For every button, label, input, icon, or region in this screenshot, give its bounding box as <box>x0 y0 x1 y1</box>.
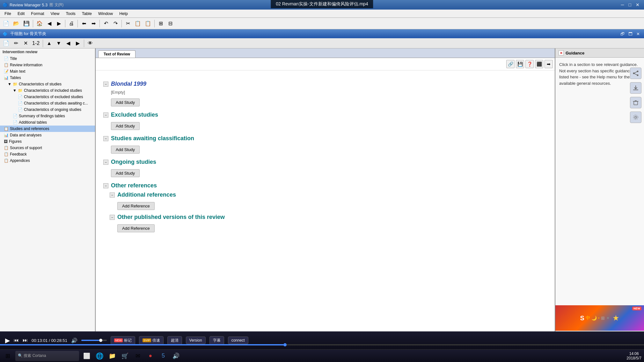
next-button[interactable]: ⏭ <box>23 337 28 343</box>
guidance-close-icon[interactable]: ✕ <box>559 50 564 55</box>
sec-delete[interactable]: ✕ <box>21 39 30 48</box>
collapse-ongoing[interactable]: − <box>103 160 108 165</box>
toolbar-nav-fwd[interactable]: ➡ <box>89 19 98 28</box>
sidebar-item-char-studies[interactable]: ▼ 📁 Characteristics of studies <box>0 81 95 87</box>
collapse-blondal[interactable]: − <box>103 82 108 87</box>
toolbar-redo[interactable]: ↷ <box>111 19 120 28</box>
sec-number[interactable]: 1-2 <box>31 39 41 48</box>
sec-up[interactable]: ▲ <box>45 39 54 48</box>
toolbar-new[interactable]: 📄 <box>1 19 11 28</box>
action-settings[interactable] <box>630 112 641 123</box>
toolbar-save[interactable]: 💾 <box>22 19 31 28</box>
taskbar-app-5[interactable]: 5 <box>158 351 168 361</box>
taskbar-app-store[interactable]: 🛒 <box>120 351 130 361</box>
content-btn-help[interactable]: ❓ <box>525 60 534 68</box>
sidebar-item-included[interactable]: ▼ 📁 Characteristics of included studies <box>0 87 95 94</box>
start-button[interactable]: ⊞ <box>3 351 13 361</box>
sec-left[interactable]: ◀ <box>64 39 73 48</box>
toolbar-undo[interactable]: ↶ <box>101 19 110 28</box>
volume-slider[interactable] <box>81 340 107 341</box>
menu-help[interactable]: Help <box>116 11 131 17</box>
menu-tools[interactable]: Tools <box>62 11 78 17</box>
sidebar-item-review-info[interactable]: 📋 Review information <box>0 62 95 68</box>
taskbar-app-red[interactable]: ● <box>145 351 156 361</box>
toolbar-open[interactable]: 📂 <box>11 19 21 28</box>
menu-table[interactable]: Table <box>79 11 95 17</box>
collapse-excluded[interactable]: − <box>103 112 108 118</box>
taskbar-app-edge[interactable]: 🌐 <box>94 351 105 361</box>
tab-text-of-review[interactable]: Text of Review <box>98 50 135 58</box>
sec-edit[interactable]: ✏ <box>11 39 20 48</box>
excluded-add-study[interactable]: Add Study <box>111 122 140 130</box>
inner-close-btn[interactable]: ✕ <box>635 31 641 37</box>
sidebar-item-data-analyses[interactable]: 📊 Data and analyses <box>0 132 95 138</box>
action-download[interactable] <box>630 82 641 94</box>
pill-connect[interactable]: connect <box>228 337 248 344</box>
pill-bookmark[interactable]: NEW 标记 <box>111 336 135 345</box>
blondal-add-study[interactable]: Add Study <box>111 98 140 106</box>
toolbar-expand[interactable]: ⊞ <box>156 19 165 28</box>
pill-version[interactable]: Version <box>186 337 206 344</box>
toolbar-print[interactable]: 🖨 <box>67 19 76 28</box>
taskbar-app-mail[interactable]: ✉ <box>133 351 143 361</box>
sidebar-item-summary[interactable]: 📄 Summary of findings tables <box>0 113 95 119</box>
sidebar-item-additional-tables[interactable]: 📄 Additional tables <box>0 119 95 126</box>
title-bar-controls[interactable]: ─ □ ✕ <box>619 2 641 8</box>
inner-title-controls[interactable]: 🗗 🗖 ✕ <box>619 31 641 37</box>
content-btn-black[interactable]: ⬛ <box>535 60 543 68</box>
prev-button[interactable]: ⏮ <box>14 337 19 343</box>
sidebar-item-title[interactable]: 📄 Title <box>0 55 95 62</box>
published-add-ref[interactable]: Add Reference <box>117 224 155 232</box>
toolbar-forward-arrow[interactable]: ▶ <box>55 19 63 28</box>
ongoing-add-study[interactable]: Add Study <box>111 169 140 177</box>
menu-file[interactable]: File <box>1 11 14 17</box>
collapse-published-versions[interactable]: − <box>110 215 115 220</box>
sidebar-item-sources[interactable]: 📋 Sources of support <box>0 145 95 151</box>
sidebar-item-excluded[interactable]: 📄 Characteristics of excluded studies <box>0 94 95 100</box>
close-button[interactable]: ✕ <box>634 2 641 8</box>
toolbar-paste[interactable]: 📋 <box>143 19 153 28</box>
sidebar-item-main-text[interactable]: 📝 Main text <box>0 68 95 75</box>
menu-format[interactable]: Format <box>28 11 47 17</box>
sidebar-item-ongoing[interactable]: 📄 Characteristics of ongoing studies <box>0 106 95 113</box>
taskbar-app-audio[interactable]: 🔊 <box>171 351 181 361</box>
task-view[interactable]: ⬜ <box>82 351 92 361</box>
content-btn-right[interactable]: ➡ <box>545 60 553 68</box>
sidebar-item-figures[interactable]: 🖼 Figures <box>0 138 95 145</box>
action-trash[interactable] <box>630 97 641 108</box>
sec-right[interactable]: ▶ <box>73 39 82 48</box>
sidebar-item-appendices[interactable]: 📋 Appendices <box>0 157 95 164</box>
sidebar-item-awaiting[interactable]: 📄 Characteristics of studies awaiting c.… <box>0 100 95 106</box>
sec-down[interactable]: ▼ <box>54 39 63 48</box>
content-btn-save[interactable]: 💾 <box>516 60 524 68</box>
minimize-button[interactable]: ─ <box>619 2 626 8</box>
pill-quality[interactable]: 超清 <box>167 336 182 345</box>
collapse-other-refs[interactable]: − <box>103 183 108 188</box>
toolbar-nav-back[interactable]: ⬅ <box>79 19 88 28</box>
inner-maximize-btn[interactable]: 🗖 <box>627 31 634 37</box>
progress-container[interactable] <box>0 344 644 345</box>
content-btn-link[interactable]: 🔗 <box>506 60 515 68</box>
action-share[interactable] <box>630 68 641 79</box>
taskbar-app-folder[interactable]: 📁 <box>107 351 117 361</box>
pill-speed[interactable]: SVIP 倍速 <box>139 336 164 345</box>
sidebar-item-tables[interactable]: 📊 Tables <box>0 75 95 81</box>
sidebar-item-studies-refs[interactable]: 📋 Studies and references <box>0 126 95 132</box>
inner-minimize-btn[interactable]: 🗗 <box>619 31 626 37</box>
search-bar[interactable]: 🔍 搜索 Cortana <box>15 351 79 361</box>
sec-view[interactable]: 👁 <box>86 39 95 48</box>
toolbar-copy[interactable]: 📋 <box>133 19 143 28</box>
menu-edit[interactable]: Edit <box>14 11 28 17</box>
sec-new[interactable]: 📄 <box>1 39 11 48</box>
toolbar-cut[interactable]: ✂ <box>123 19 132 28</box>
collapse-awaiting[interactable]: − <box>103 136 108 141</box>
toolbar-home[interactable]: 🏠 <box>35 19 44 28</box>
pill-subtitle[interactable]: 字幕 <box>209 336 224 345</box>
maximize-button[interactable]: □ <box>627 2 633 8</box>
play-button[interactable]: ▶ <box>5 337 10 344</box>
toolbar-collapse[interactable]: ⊟ <box>166 19 175 28</box>
toolbar-back[interactable]: ◀ <box>45 19 54 28</box>
awaiting-add-study[interactable]: Add Study <box>111 146 140 154</box>
additional-add-ref[interactable]: Add Reference <box>117 202 155 210</box>
menu-view[interactable]: View <box>48 11 63 17</box>
